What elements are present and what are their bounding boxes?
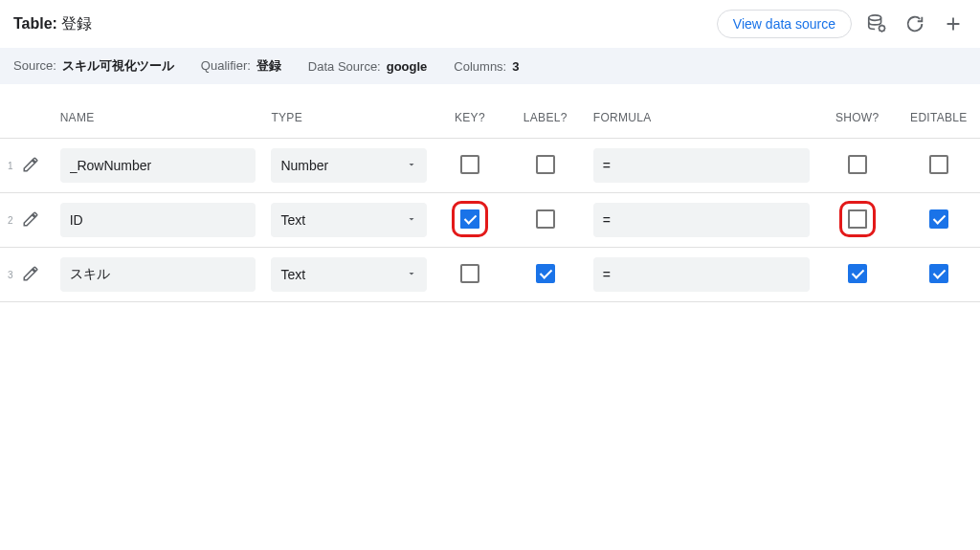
- column-name-input[interactable]: [60, 257, 256, 292]
- header-bar: Table: 登録 View data source: [0, 0, 980, 48]
- meta-source-value: スキル可視化ツール: [62, 58, 174, 73]
- column-name-input[interactable]: [60, 203, 256, 237]
- th-key: KEY?: [434, 101, 505, 139]
- meta-columns-label: Columns:: [454, 59, 506, 74]
- column-type-select[interactable]: [271, 148, 427, 183]
- title-prefix: Table:: [13, 15, 57, 32]
- meta-columns-value: 3: [512, 59, 519, 74]
- meta-qualifier-value: 登録: [256, 58, 281, 73]
- checkbox[interactable]: [460, 264, 479, 283]
- edit-row-icon[interactable]: [22, 215, 39, 231]
- checkbox[interactable]: [848, 209, 867, 229]
- table-row: 3: [0, 248, 980, 302]
- row-number: 3: [0, 248, 14, 302]
- formula-input[interactable]: [593, 257, 810, 292]
- th-label: LABEL?: [505, 101, 586, 139]
- checkbox[interactable]: [848, 264, 867, 283]
- meta-source-label: Source:: [13, 58, 56, 73]
- th-editable: EDITABLE: [898, 101, 980, 139]
- formula-input[interactable]: [593, 203, 810, 237]
- checkbox[interactable]: [929, 155, 948, 174]
- svg-point-0: [869, 15, 881, 21]
- column-type-value[interactable]: [271, 203, 427, 237]
- checkbox[interactable]: [929, 209, 948, 229]
- column-type-select[interactable]: [271, 257, 427, 292]
- checkbox[interactable]: [460, 155, 479, 174]
- refresh-icon[interactable]: [902, 11, 928, 37]
- checkbox[interactable]: [536, 209, 555, 229]
- formula-input[interactable]: [593, 148, 810, 183]
- checkbox[interactable]: [536, 155, 555, 174]
- meta-qualifier-label: Qualifier:: [201, 58, 251, 73]
- data-settings-icon[interactable]: [863, 11, 890, 37]
- checkbox[interactable]: [929, 264, 948, 283]
- edit-row-icon[interactable]: [22, 270, 39, 285]
- row-number: 2: [0, 193, 14, 248]
- columns-table: NAME TYPE KEY? LABEL? FORMULA SHOW? EDIT…: [0, 101, 980, 302]
- column-type-value[interactable]: [271, 148, 427, 183]
- page-title: Table: 登録: [13, 14, 92, 34]
- title-table-name: 登録: [61, 15, 92, 32]
- column-type-select[interactable]: [271, 203, 427, 237]
- table-row: 2: [0, 193, 980, 248]
- table-row: 1: [0, 139, 980, 193]
- checkbox[interactable]: [848, 155, 867, 174]
- checkbox[interactable]: [536, 264, 555, 283]
- edit-row-icon[interactable]: [22, 161, 39, 176]
- th-show: SHOW?: [817, 101, 898, 139]
- column-type-value[interactable]: [271, 257, 427, 292]
- th-name: NAME: [53, 101, 264, 139]
- row-number: 1: [0, 139, 14, 193]
- th-type: TYPE: [263, 101, 434, 139]
- th-formula: FORMULA: [586, 101, 817, 139]
- view-data-source-button[interactable]: View data source: [717, 10, 852, 38]
- meta-datasource-value: google: [387, 59, 428, 74]
- column-name-input[interactable]: [60, 148, 256, 183]
- add-icon[interactable]: [940, 11, 967, 37]
- checkbox[interactable]: [460, 209, 479, 229]
- meta-bar: Source:スキル可視化ツール Qualifier:登録 Data Sourc…: [0, 48, 980, 84]
- meta-datasource-label: Data Source:: [308, 59, 381, 74]
